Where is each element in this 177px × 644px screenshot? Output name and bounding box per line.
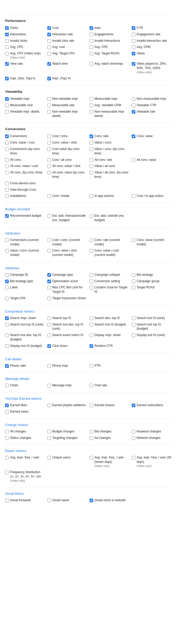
- checkbox-change_history-ad-changes[interactable]: [90, 436, 93, 440]
- checkbox-change_history-bid-changes[interactable]: [90, 430, 93, 433]
- checkbox-competitive_metrics-display-lost-is-(bud[interactable]: [5, 344, 9, 348]
- checkbox-conversions-conv.-value-/-click[interactable]: [47, 141, 51, 145]
- checkbox-performance-interactions[interactable]: [5, 33, 9, 36]
- checkbox-conversions-cost-/-install[interactable]: [47, 194, 51, 198]
- checkbox-attributes-campaign-subtype[interactable]: [90, 273, 93, 277]
- checkbox-conversions-cost-value-(by-conv.[interactable]: [47, 147, 51, 151]
- checkbox-performance-interaction-rate[interactable]: [47, 33, 51, 36]
- checkbox-performance-watch-time[interactable]: [47, 62, 51, 66]
- checkbox-call_details-phone-calls[interactable]: [5, 364, 9, 368]
- checkbox-conversions-conversions[interactable]: [5, 135, 9, 138]
- checkbox-reach_metrics-avg.-impr.-freq.-/-u[interactable]: [132, 456, 135, 459]
- checkbox-conversions-value-/-conv.[interactable]: [90, 141, 93, 145]
- checkbox-competitive_metrics-search-exact-match-i[interactable]: [47, 333, 51, 337]
- checkbox-conversions-all-conv.[interactable]: [5, 158, 9, 162]
- checkbox-performance-avg.-cost[interactable]: [47, 45, 51, 49]
- checkbox-attributes-bid-strategy-type[interactable]: [5, 280, 9, 283]
- checkbox-performance-avg.-cpe[interactable]: [90, 45, 93, 49]
- checkbox-viewability-viewable-ctr[interactable]: [132, 104, 135, 107]
- checkbox-competitive_metrics-search-lost-is-(budg[interactable]: [90, 323, 93, 327]
- checkbox-conversions-value-/-all-conv.-(b[interactable]: [90, 171, 93, 174]
- checkbox-reach_metrics-unique-users[interactable]: [47, 456, 51, 459]
- checkbox-change_history-targeting-changes[interactable]: [47, 436, 51, 440]
- checkbox-change_history-status-changes[interactable]: [5, 436, 9, 440]
- checkbox-competitive_metrics-display-impr.-share[interactable]: [90, 333, 93, 337]
- checkbox-viewability-viewable-impr.-distr[interactable]: [5, 110, 9, 114]
- checkbox-attributes-target-roas[interactable]: [132, 286, 135, 289]
- checkbox-change_history-budget-changes[interactable]: [47, 430, 51, 433]
- checkbox-performance-invalid-clicks[interactable]: [5, 39, 9, 43]
- checkbox-performance-avg.-target-roas[interactable]: [90, 52, 93, 55]
- checkbox-competitive_metrics-search-lost-top-is-([interactable]: [5, 323, 9, 327]
- checkbox-attribution-value-/-conv.-(curre[interactable]: [5, 249, 9, 253]
- checkbox-conversions-all-conv.-(by-conv.-[interactable]: [5, 171, 9, 174]
- checkbox-viewability-measurable-impr.[interactable]: [90, 97, 93, 101]
- checkbox-conversions-cost-/-all-conv.[interactable]: [47, 158, 51, 162]
- checkbox-viewability-measurable-rate[interactable]: [47, 104, 51, 107]
- checkbox-attribution-conversions-(current[interactable]: [5, 238, 9, 242]
- checkbox-conversions-all-conv.-value[interactable]: [132, 158, 135, 162]
- checkbox-conversions-installations[interactable]: [5, 194, 9, 198]
- checkbox-performance-video-played-to:-25%[interactable]: [132, 62, 135, 66]
- checkbox-performance-impr.-(top)-%[interactable]: [47, 77, 51, 80]
- checkbox-conversions-conversions-(by-conv[interactable]: [5, 147, 9, 151]
- checkbox-youtube_earned-earned-views[interactable]: [5, 410, 9, 414]
- checkbox-conversions-conv.-value-/-cost[interactable]: [5, 141, 9, 145]
- checkbox-performance-ctr[interactable]: [132, 26, 135, 30]
- checkbox-viewability-non-viewable-impr.[interactable]: [47, 97, 51, 101]
- checkbox-performance-invalid-interactions[interactable]: [90, 39, 93, 43]
- checkbox-performance-impr.[interactable]: [90, 26, 93, 30]
- checkbox-viewability-non-viewable-impr.-d[interactable]: [47, 110, 51, 114]
- checkbox-viewability-non-measurable-impr.[interactable]: [132, 97, 135, 101]
- checkbox-conversions-all-conv.-value-/-cl[interactable]: [47, 164, 51, 168]
- checkbox-conversions-in-app-actions[interactable]: [90, 194, 93, 198]
- checkbox-attribution-conv.-value-(current[interactable]: [132, 238, 135, 242]
- checkbox-budget_simulator-recommended-budget[interactable]: [5, 214, 9, 218]
- checkbox-competitive_metrics-search-top-is[interactable]: [47, 316, 51, 320]
- checkbox-attributes-bid-strategy[interactable]: [132, 273, 135, 277]
- checkbox-call_details-ptr[interactable]: [90, 364, 93, 368]
- checkbox-youtube_earned-earned-playlist-addi[interactable]: [47, 404, 51, 407]
- checkbox-attribution-conv.-rate-(current-[interactable]: [90, 238, 93, 242]
- checkbox-performance-view-rate[interactable]: [5, 62, 9, 66]
- checkbox-conversions-conv.-value[interactable]: [132, 135, 135, 138]
- checkbox-message_details-chat-rate[interactable]: [90, 384, 93, 387]
- checkbox-attributes-target-cpa[interactable]: [5, 297, 9, 300]
- checkbox-performance-avg.-cpc[interactable]: [5, 45, 9, 49]
- checkbox-message_details-chats[interactable]: [5, 384, 9, 387]
- checkbox-attribution-conv.-value-/-cost-([interactable]: [90, 249, 93, 253]
- checkbox-budget_simulator-est.-add.-cost/wk-(r[interactable]: [90, 214, 93, 218]
- checkbox-budget_simulator-est.-add.-interactio[interactable]: [47, 214, 51, 218]
- checkbox-viewability-avg.-viewable-cpm[interactable]: [90, 104, 93, 107]
- checkbox-competitive_metrics-search-lost-top-is-([interactable]: [132, 323, 135, 327]
- checkbox-youtube_earned-earned-subscribers[interactable]: [132, 404, 135, 407]
- checkbox-conversions-view-through-conv.[interactable]: [5, 188, 9, 192]
- checkbox-competitive_metrics-search-lost-is-(rank[interactable]: [132, 316, 135, 320]
- checkbox-conversions-conv.-rate[interactable]: [90, 135, 93, 138]
- checkbox-change_history-keyword-changes[interactable]: [132, 430, 135, 433]
- checkbox-reach_metrics-frequency-distributi[interactable]: [5, 471, 9, 474]
- checkbox-competitive_metrics-search-impr.-share[interactable]: [5, 316, 9, 320]
- checkbox-attribution-conv.-value-/-click-[interactable]: [47, 249, 51, 253]
- checkbox-viewability-viewable-rate[interactable]: [132, 110, 135, 114]
- checkbox-performance-avg.-target-cpa[interactable]: [47, 52, 51, 55]
- checkbox-attributes-max-cpc-bid-limit-fo[interactable]: [47, 286, 51, 289]
- checkbox-gmail_metric-gmail-saves[interactable]: [47, 499, 51, 502]
- checkbox-youtube_earned-earned-shares[interactable]: [90, 404, 93, 407]
- checkbox-performance-clicks[interactable]: [5, 26, 9, 30]
- checkbox-attributes-campaign-type[interactable]: [47, 273, 51, 277]
- checkbox-gmail_metric-gmail-forwards[interactable]: [5, 499, 9, 502]
- checkbox-change_history-all-changes[interactable]: [5, 430, 9, 433]
- checkbox-reach_metrics-avg.-impr.-freq.-/-u[interactable]: [90, 456, 93, 459]
- checkbox-performance-cost[interactable]: [47, 26, 51, 30]
- checkbox-performance-avg.-watch-time/impr[interactable]: [90, 62, 93, 66]
- checkbox-performance-avg.-cpm[interactable]: [132, 45, 135, 49]
- checkbox-competitive_metrics-relative-ctr[interactable]: [90, 344, 93, 348]
- checkbox-performance-engagements[interactable]: [90, 33, 93, 36]
- checkbox-conversions-all-conv.-value-/-co[interactable]: [5, 164, 9, 168]
- checkbox-conversions-cost-/-conv.[interactable]: [47, 135, 51, 138]
- checkbox-change_history-network-changes[interactable]: [132, 436, 135, 440]
- checkbox-reach_metrics-avg.-impr.-freq.-/-u[interactable]: [5, 456, 9, 459]
- checkbox-performance-invalid-click-rate[interactable]: [47, 39, 51, 43]
- checkbox-viewability-non-measurable-impr.[interactable]: [90, 110, 93, 114]
